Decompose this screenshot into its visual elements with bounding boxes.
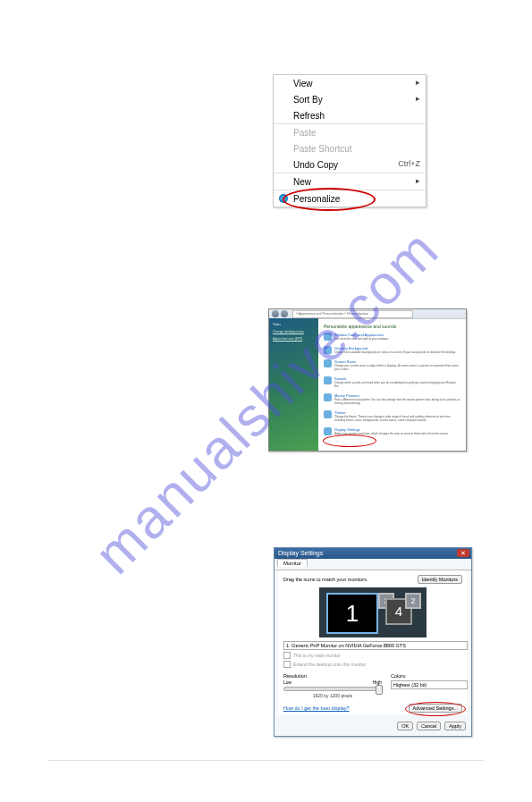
menu-view[interactable]: View bbox=[274, 75, 426, 91]
dialog-footer: OK Cancel Apply bbox=[274, 718, 471, 734]
monitor-1[interactable]: 1 bbox=[326, 593, 378, 634]
help-link[interactable]: How do I get the best display? bbox=[283, 705, 350, 711]
sidebar: Tasks Change desktop icons Adjust font s… bbox=[269, 318, 318, 451]
nav-buttons bbox=[272, 310, 288, 317]
colors-label: Colors: bbox=[391, 673, 462, 679]
menu-label: New bbox=[293, 177, 311, 187]
dialog-title: Display Settings ✕ bbox=[274, 548, 471, 559]
menu-refresh[interactable]: Refresh bbox=[274, 107, 426, 123]
checkbox-main-monitor: This is my main monitor bbox=[283, 652, 462, 659]
apply-button[interactable]: Apply bbox=[444, 722, 466, 730]
resolution-label: Resolution bbox=[283, 673, 382, 679]
drag-hint: Drag the icons to match your monitors. bbox=[283, 577, 367, 582]
menu-label: Sort By bbox=[293, 95, 323, 105]
screensaver-icon bbox=[324, 359, 332, 367]
item-screen-saver[interactable]: Screen SaverChange your screen saver or … bbox=[324, 359, 460, 371]
checkbox-icon bbox=[283, 661, 291, 668]
shortcut-label: Ctrl+Z bbox=[398, 159, 420, 168]
low-label: Low bbox=[283, 680, 291, 685]
main-panel: Personalize appearance and sounds Window… bbox=[318, 318, 466, 451]
identify-button[interactable]: Identify Monitors bbox=[418, 575, 462, 584]
item-window-color[interactable]: Window Color and AppearanceFine tune the… bbox=[324, 333, 460, 341]
theme-icon bbox=[324, 333, 332, 341]
color-select[interactable]: Highest (32 bit) bbox=[391, 680, 468, 689]
theme-icon bbox=[324, 410, 332, 418]
address-bar[interactable]: « Appearance and Personalization » Perso… bbox=[292, 310, 413, 318]
checkbox-extend: Extend the desktop onto this monitor bbox=[283, 661, 462, 668]
menu-label: Paste bbox=[293, 128, 317, 138]
cancel-button[interactable]: Cancel bbox=[417, 722, 441, 730]
highlight-circle bbox=[405, 702, 466, 716]
sidebar-link[interactable]: Adjust font size (DPI) bbox=[273, 336, 315, 342]
image-icon bbox=[324, 346, 332, 354]
menu-sort-by[interactable]: Sort By bbox=[274, 91, 426, 107]
menu-paste-shortcut: Paste Shortcut bbox=[274, 140, 426, 156]
monitor-arrange-area[interactable]: 1 3 4 2 bbox=[319, 587, 426, 637]
mouse-icon bbox=[324, 393, 332, 401]
slider-thumb[interactable] bbox=[376, 685, 383, 695]
menu-paste: Paste bbox=[274, 124, 426, 140]
item-theme[interactable]: ThemeChange the theme. Themes can change… bbox=[324, 410, 460, 422]
back-button[interactable] bbox=[272, 310, 279, 317]
highlight-circle bbox=[283, 188, 376, 211]
menu-label: View bbox=[293, 79, 313, 89]
menu-label: Undo Copy bbox=[293, 160, 338, 170]
tab-strip: Monitor bbox=[274, 559, 471, 570]
desktop-context-menu: View Sort By Refresh Paste Paste Shortcu… bbox=[273, 74, 426, 207]
item-mouse[interactable]: Mouse PointersPick a different mouse poi… bbox=[324, 393, 460, 405]
monitor-select[interactable]: 1. Generic PnP Monitor on NVIDIA GeForce… bbox=[283, 641, 468, 650]
highlight-circle bbox=[323, 435, 376, 447]
current-resolution: 1920 by 1200 pixels bbox=[283, 693, 382, 698]
menu-label: Refresh bbox=[293, 111, 325, 121]
close-button[interactable]: ✕ bbox=[457, 549, 469, 557]
monitor-icon bbox=[324, 427, 332, 435]
sidebar-header: Tasks bbox=[273, 323, 281, 326]
forward-button[interactable] bbox=[281, 310, 288, 317]
item-sounds[interactable]: SoundsChange which sounds are heard when… bbox=[324, 376, 460, 388]
monitor-2[interactable]: 2 bbox=[405, 593, 421, 609]
sound-icon bbox=[324, 376, 332, 384]
sidebar-link[interactable]: Change desktop icons bbox=[273, 329, 315, 334]
panel-heading: Personalize appearance and sounds bbox=[324, 324, 460, 329]
footer-rule bbox=[48, 760, 484, 761]
menu-undo-copy[interactable]: Undo CopyCtrl+Z bbox=[274, 156, 426, 173]
display-settings-dialog: Display Settings ✕ Monitor Drag the icon… bbox=[274, 547, 472, 737]
tab-monitor[interactable]: Monitor bbox=[277, 559, 308, 567]
menu-label: Paste Shortcut bbox=[293, 144, 352, 154]
personalization-window: « Appearance and Personalization » Perso… bbox=[268, 308, 467, 452]
resolution-slider[interactable] bbox=[283, 687, 382, 691]
item-desktop-bg[interactable]: Desktop BackgroundChoose from available … bbox=[324, 346, 460, 354]
checkbox-icon bbox=[283, 652, 291, 659]
ok-button[interactable]: OK bbox=[397, 722, 413, 730]
menu-personalize[interactable]: Personalize bbox=[274, 190, 426, 207]
menu-new[interactable]: New bbox=[274, 173, 426, 190]
